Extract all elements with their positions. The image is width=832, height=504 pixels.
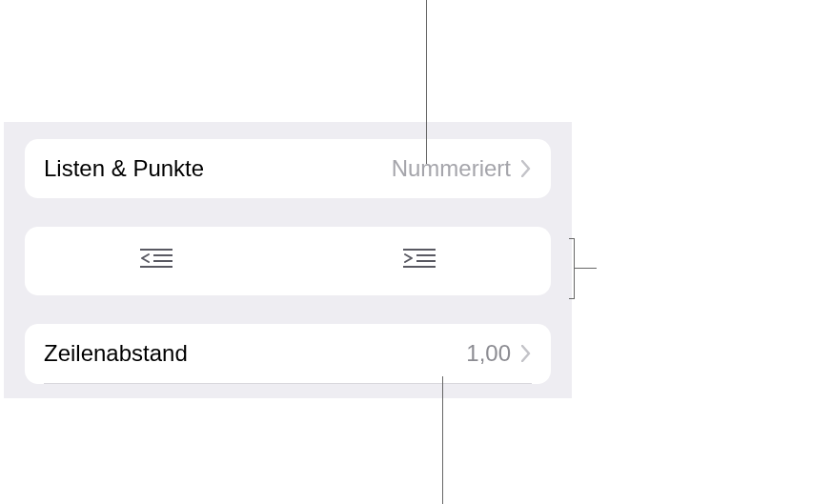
callout-line-bottom	[442, 376, 443, 504]
line-spacing-card: Zeilenabstand 1,00	[25, 324, 551, 384]
callout-line-side	[574, 268, 597, 269]
indent-button[interactable]	[288, 227, 551, 295]
lists-bullets-row[interactable]: Listen & Punkte Nummeriert	[25, 139, 551, 198]
lists-bullets-value-group: Nummeriert	[392, 155, 532, 182]
indent-decrease-icon	[140, 248, 172, 274]
callout-line-top	[426, 0, 427, 164]
indent-increase-icon	[403, 248, 436, 274]
lists-bullets-label: Listen & Punkte	[44, 155, 204, 182]
line-spacing-value-group: 1,00	[466, 340, 532, 367]
line-spacing-row[interactable]: Zeilenabstand 1,00	[25, 324, 551, 383]
indent-card	[25, 227, 551, 295]
format-panel: Listen & Punkte Nummeriert	[4, 122, 572, 398]
indent-segmented-control	[25, 227, 551, 295]
callout-bracket-cap	[569, 238, 575, 239]
chevron-right-icon	[520, 344, 532, 363]
outdent-button[interactable]	[25, 227, 288, 295]
lists-bullets-value: Nummeriert	[392, 155, 511, 182]
divider	[44, 383, 532, 384]
chevron-right-icon	[520, 159, 532, 178]
callout-bracket-cap	[569, 298, 575, 299]
line-spacing-value: 1,00	[466, 340, 511, 367]
line-spacing-label: Zeilenabstand	[44, 340, 188, 367]
lists-bullets-card: Listen & Punkte Nummeriert	[25, 139, 551, 198]
